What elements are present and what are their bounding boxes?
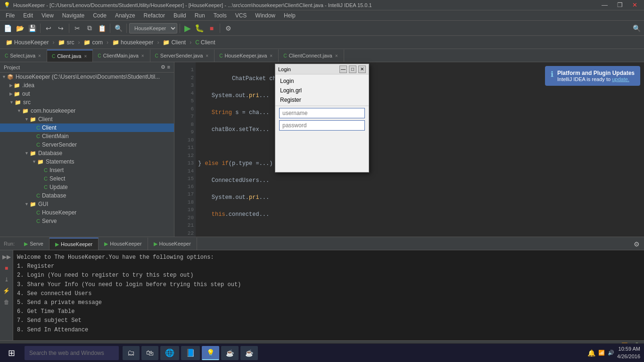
tree-item-gui-folder[interactable]: ▼ 📁 GUI xyxy=(0,200,174,208)
tab-housekeeper-java[interactable]: C HouseKeeper.java × xyxy=(215,49,279,62)
tree-item-select-class[interactable]: ▶ C Select xyxy=(0,174,174,183)
toolbar-save[interactable]: 💾 xyxy=(26,23,38,34)
taskbar-java-2[interactable]: ☕ xyxy=(240,346,258,360)
debug-button[interactable]: 🐛 xyxy=(194,23,205,34)
code-editor[interactable]: 1234567891011121314151617181920212223 Ch… xyxy=(174,62,644,237)
breadcrumb-project[interactable]: 📁 HouseKeeper xyxy=(4,38,50,47)
toolbar-cut[interactable]: ✂ xyxy=(72,23,83,34)
tree-item-clientmain-class[interactable]: ▶ C ClientMain xyxy=(0,132,174,140)
settings-button[interactable]: ⚙ xyxy=(223,23,234,34)
taskbar-chrome[interactable]: 🌐 xyxy=(160,346,179,360)
menu-tools[interactable]: Tools xyxy=(210,11,231,20)
toolbar-open[interactable]: 📂 xyxy=(14,23,25,34)
modal-menu-login[interactable]: Login xyxy=(275,76,369,86)
menu-help[interactable]: Help xyxy=(280,11,299,20)
taskbar-volume-icon[interactable]: 🔊 xyxy=(608,350,614,356)
username-input[interactable] xyxy=(279,108,365,118)
tab-client-java[interactable]: C Client.java × xyxy=(47,49,93,62)
password-input[interactable] xyxy=(279,120,365,131)
taskbar-intellij[interactable]: 💡 xyxy=(202,346,219,360)
menu-view[interactable]: View xyxy=(38,11,58,20)
tree-item-serversender-class[interactable]: ▶ C ServerSender xyxy=(0,140,174,149)
tree-item-out[interactable]: ▶ 📁 out xyxy=(0,90,174,98)
breadcrumb-client-folder[interactable]: 📁 Client xyxy=(161,38,188,47)
breadcrumb-com[interactable]: 📁 com xyxy=(82,38,105,47)
run-button[interactable]: ▶ xyxy=(182,23,193,33)
tree-item-statements-folder[interactable]: ▼ 📁 Statements xyxy=(0,157,174,166)
tab-clientconnect-close[interactable]: × xyxy=(334,53,339,58)
toolbar-redo[interactable]: ↪ xyxy=(55,23,66,34)
run-scroll-btn[interactable]: ⤓ xyxy=(2,275,11,284)
modal-minimize-btn[interactable]: — xyxy=(339,66,347,73)
breadcrumb-housekeeper[interactable]: 📁 housekeeper xyxy=(110,38,155,47)
breadcrumb-client-file[interactable]: C Client xyxy=(193,38,217,47)
tab-clientconnect-java[interactable]: C ClientConnect.java × xyxy=(279,49,344,62)
start-button[interactable]: ⊞ xyxy=(0,344,23,362)
taskbar-network-icon[interactable]: 📶 xyxy=(598,350,605,356)
modal-maximize-btn[interactable]: □ xyxy=(349,66,356,73)
run-filter-btn[interactable]: ⚡ xyxy=(2,286,11,296)
maximize-button[interactable]: ❐ xyxy=(614,1,626,8)
sidebar-settings-icon[interactable]: ⚙ xyxy=(161,64,165,70)
toolbar-paste[interactable]: 📋 xyxy=(96,23,107,34)
tree-item-idea[interactable]: ▶ 📁 .idea xyxy=(0,81,174,90)
tree-item-database-class[interactable]: ▶ C Database xyxy=(0,191,174,200)
run-tab-housekeeper-3[interactable]: ▶ HouseKeeper xyxy=(148,238,197,250)
notification-link[interactable]: update. xyxy=(612,76,629,82)
run-clear-btn[interactable]: 🗑 xyxy=(2,297,11,307)
breadcrumb-src[interactable]: 📁 src xyxy=(56,38,76,47)
tab-serversender-close[interactable]: × xyxy=(205,53,209,58)
tree-item-src[interactable]: ▼ 📁 src xyxy=(0,98,174,107)
taskbar-java-1[interactable]: ☕ xyxy=(221,346,239,360)
editor-code-content[interactable]: ChatPacket cha... System.out.pri... Stri… xyxy=(174,62,644,237)
run-settings-button[interactable]: ⚙ xyxy=(631,239,642,250)
menu-edit[interactable]: Edit xyxy=(19,11,37,20)
menu-navigate[interactable]: Navigate xyxy=(58,11,88,20)
minimize-button[interactable]: — xyxy=(599,1,611,8)
taskbar-search-input[interactable] xyxy=(25,346,119,360)
menu-refactor[interactable]: Refactor xyxy=(140,11,169,20)
run-tab-serve[interactable]: ▶ Serve xyxy=(18,238,50,250)
taskbar-vs[interactable]: 📘 xyxy=(181,346,200,360)
toolbar-undo[interactable]: ↩ xyxy=(43,23,54,34)
toolbar-copy[interactable]: ⧉ xyxy=(84,23,95,34)
tree-item-client-folder[interactable]: ▼ 📁 Client xyxy=(0,115,174,123)
tab-clientmain-close[interactable]: × xyxy=(140,53,145,58)
tab-housekeeper-close[interactable]: × xyxy=(269,53,273,58)
tab-select-close[interactable]: × xyxy=(37,53,42,58)
toolbar-new[interactable]: 📄 xyxy=(2,23,13,34)
menu-analyze[interactable]: Analyze xyxy=(111,11,139,20)
taskbar-notification-icon[interactable]: 🔔 xyxy=(587,349,595,357)
tree-item-database-folder[interactable]: ▼ 📁 Database xyxy=(0,149,174,157)
tab-serversender-java[interactable]: C ServerSender.java × xyxy=(150,49,215,62)
tree-item-housekeeper-root[interactable]: ▼ 📦 HouseKeeper (C:\Users\Lenovo\Documen… xyxy=(0,73,174,81)
stop-button[interactable]: ■ xyxy=(206,23,217,34)
project-config-select[interactable]: HouseKeeper xyxy=(129,23,177,33)
modal-controls[interactable]: — □ ✕ xyxy=(339,66,366,73)
modal-menu-login-grl[interactable]: Login.grl xyxy=(275,86,369,95)
modal-menu-register[interactable]: Register xyxy=(275,95,369,105)
tree-item-insert-class[interactable]: ▶ C Insert xyxy=(0,166,174,174)
sidebar-gear-icon[interactable]: ≡ xyxy=(167,64,170,70)
run-tab-housekeeper-1[interactable]: ▶ HouseKeeper xyxy=(50,238,99,250)
close-button[interactable]: ✕ xyxy=(629,1,640,8)
menu-vcs[interactable]: VCS xyxy=(231,11,251,20)
run-restart-btn[interactable]: ▶▶ xyxy=(2,252,11,262)
tree-item-client-class[interactable]: ▶ C Client xyxy=(0,123,174,132)
tab-select-java[interactable]: C Select.java × xyxy=(0,49,47,62)
tree-item-housekeeper-gui-class[interactable]: ▶ C HouseKeeper xyxy=(0,208,174,217)
tree-item-com-housekeeper[interactable]: ▼ 📁 com.housekeeper xyxy=(0,107,174,115)
run-tab-housekeeper-2[interactable]: ▶ HouseKeeper xyxy=(99,238,148,250)
taskbar-file-explorer[interactable]: 🗂 xyxy=(123,346,140,360)
tab-clientmain-java[interactable]: C ClientMain.java × xyxy=(93,49,150,62)
toolbar-find[interactable]: 🔍 xyxy=(113,23,124,34)
search-everywhere-button[interactable]: 🔍 xyxy=(631,23,642,34)
run-stop-btn[interactable]: ■ xyxy=(2,263,11,273)
modal-close-btn[interactable]: ✕ xyxy=(358,66,366,73)
menu-code[interactable]: Code xyxy=(89,11,110,20)
tree-item-update-class[interactable]: ▶ C Update xyxy=(0,183,174,191)
title-bar-controls[interactable]: — ❐ ✕ xyxy=(599,1,640,8)
tab-client-close[interactable]: × xyxy=(83,54,88,59)
menu-build[interactable]: Build xyxy=(170,11,190,20)
menu-run[interactable]: Run xyxy=(191,11,209,20)
